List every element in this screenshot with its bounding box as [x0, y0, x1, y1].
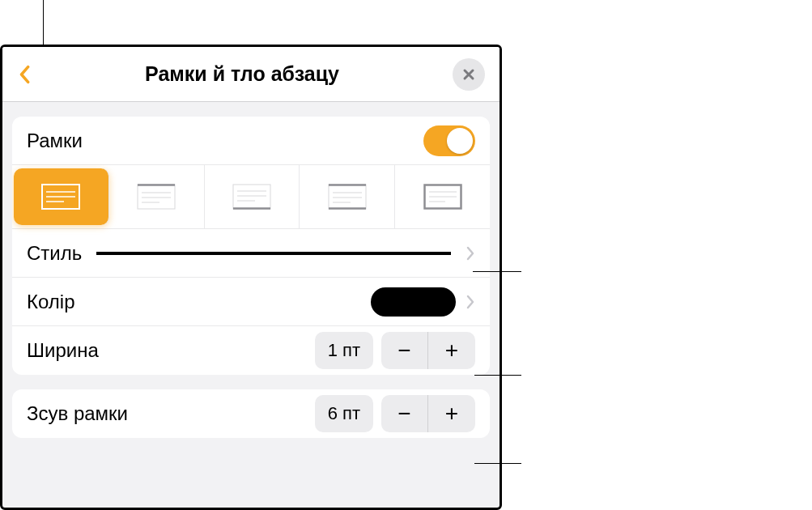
offset-label: Зсув рамки: [27, 402, 128, 425]
row-style[interactable]: Стиль: [12, 229, 490, 278]
svg-rect-14: [329, 185, 366, 209]
border-all-icon: [41, 184, 80, 210]
border-box-icon: [423, 184, 462, 210]
color-label: Колір: [27, 291, 74, 313]
border-bottom-icon: [232, 184, 271, 210]
border-top-icon: [137, 184, 176, 210]
color-swatch: [371, 287, 456, 317]
row-border-position: [12, 165, 490, 229]
chevron-right-icon: [466, 245, 475, 261]
width-label: Ширина: [27, 339, 99, 362]
callout-line-offset: [474, 463, 521, 464]
offset-increment[interactable]: +: [428, 395, 475, 432]
offset-decrement[interactable]: −: [381, 395, 428, 432]
section-offset: Зсув рамки 6 пт − +: [12, 389, 490, 438]
chevron-right-icon: [466, 294, 475, 310]
close-button[interactable]: [453, 58, 485, 91]
style-label: Стиль: [27, 242, 82, 265]
row-offset: Зсув рамки 6 пт − +: [12, 389, 490, 438]
border-option-bottom[interactable]: [205, 165, 300, 228]
panel-header: Рамки й тло абзацу: [2, 47, 500, 102]
row-borders-toggle: Рамки: [12, 117, 490, 165]
width-stepper: − +: [381, 332, 475, 369]
section-borders: Рамки: [12, 117, 490, 375]
border-option-all[interactable]: [14, 168, 109, 225]
back-button[interactable]: [17, 63, 32, 86]
offset-value: 6 пт: [315, 395, 373, 432]
offset-stepper: − +: [381, 395, 475, 432]
callout-line-width: [474, 375, 521, 376]
borders-toggle[interactable]: [423, 125, 475, 156]
width-increment[interactable]: +: [428, 332, 475, 369]
callout-line-top: [43, 0, 44, 45]
width-value: 1 пт: [315, 332, 373, 369]
toggle-thumb: [447, 128, 473, 154]
border-option-box[interactable]: [395, 165, 490, 228]
panel-borders-background: Рамки й тло абзацу Рамки: [0, 45, 502, 510]
borders-label: Рамки: [27, 130, 83, 152]
callout-line-style: [473, 271, 521, 272]
panel-title: Рамки й тло абзацу: [32, 62, 453, 86]
row-color[interactable]: Колір: [12, 278, 490, 326]
border-option-top-bottom[interactable]: [300, 165, 395, 228]
border-topbottom-icon: [328, 184, 367, 210]
width-decrement[interactable]: −: [381, 332, 428, 369]
style-preview-line: [96, 252, 451, 255]
close-icon: [461, 67, 476, 82]
chevron-left-icon: [19, 65, 30, 84]
border-option-top[interactable]: [109, 165, 205, 228]
svg-rect-9: [233, 185, 270, 209]
row-width: Ширина 1 пт − +: [12, 326, 490, 375]
svg-rect-4: [138, 185, 175, 209]
